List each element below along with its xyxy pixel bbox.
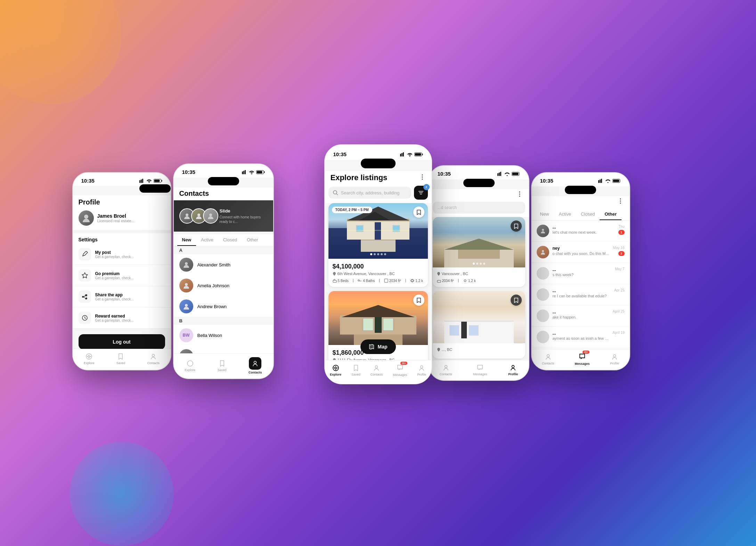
msg-time-4: Apr 25 (614, 288, 624, 292)
tab-profile-center[interactable]: Profile (417, 364, 426, 376)
tab-other-right2[interactable]: Other (600, 209, 621, 220)
logout-button[interactable]: Log out (79, 334, 165, 350)
svg-rect-44 (384, 279, 388, 282)
svg-rect-56 (512, 172, 518, 175)
phone-explore: 10:35 Explore listings Search city, addr… (324, 144, 432, 384)
svg-point-63 (512, 366, 514, 368)
tab-other[interactable]: Other (242, 234, 263, 246)
contact-name-amelia: Amelia Johnson (197, 283, 230, 288)
bookmark-right-2[interactable] (511, 295, 522, 306)
tab-explore-left[interactable]: Explore (84, 353, 95, 365)
section-a: A (174, 246, 273, 254)
listing-right1-address: Vancouver , BC (437, 272, 521, 276)
msg-item-5[interactable]: ... ake it happen. April 25 (532, 305, 629, 327)
tab-contacts-left[interactable]: Contacts (147, 353, 160, 365)
msg-item-6[interactable]: ... ayment as soon as inish a few paperw… (532, 327, 629, 348)
status-time-left: 10:35 (81, 178, 95, 184)
svg-point-38 (333, 191, 337, 194)
explore-title: Explore listings (331, 173, 388, 182)
tab-closed[interactable]: Closed (218, 234, 242, 246)
tab-explore-center[interactable]: Explore (330, 364, 341, 376)
listing-right-2[interactable]: ..., BC (433, 291, 525, 359)
tab-profile-right[interactable]: Profile (508, 364, 518, 376)
msg-item-1[interactable]: ... let's chat more next week. Thu 1 (532, 220, 629, 242)
svg-point-22 (185, 283, 188, 286)
tab-label-messages-right: Messages (473, 372, 487, 376)
listing-card-1[interactable]: TODAY, 2 PM – 5 PM $4,100,000 (328, 203, 428, 287)
svg-point-59 (519, 196, 520, 197)
svg-point-62 (445, 366, 447, 368)
contact-name-alexander: Alexander Smith (197, 262, 230, 267)
svg-point-50 (421, 366, 423, 368)
svg-point-10 (152, 354, 155, 357)
tab-messages-center[interactable]: 20+ Messages (393, 364, 407, 377)
listing-card-2[interactable]: $1,860,000 1111 Elv Avenue, Vancouver , … (328, 291, 428, 369)
bookmark-right-1[interactable] (511, 220, 522, 232)
svg-point-31 (409, 155, 410, 156)
tab-label-saved-left: Saved (116, 361, 125, 365)
tab-label-saved-left2: Saved (218, 368, 227, 372)
msg-text-3: s this week? (553, 273, 612, 277)
contact-andrew[interactable]: Andrew Brown (174, 296, 273, 317)
svg-rect-5 (154, 179, 160, 182)
svg-point-49 (375, 366, 378, 368)
svg-rect-6 (161, 180, 162, 182)
msg-text-6: ayment as soon as inish a few paperwork.… (553, 336, 609, 340)
tab-closed-right2[interactable]: Closed (576, 209, 600, 220)
tab-saved-left[interactable]: Saved (116, 353, 125, 365)
msg-item-3[interactable]: ... s this week? May 7 (532, 263, 629, 284)
settings-reward[interactable]: Reward earned Get a gameplan, check... (73, 307, 171, 329)
tab-contacts-right2[interactable]: Contacts (542, 353, 554, 365)
bookmark-listing1[interactable] (413, 207, 424, 218)
msg-item-2[interactable]: ney o chat with you soon. Do this Monday… (532, 242, 629, 263)
svg-rect-65 (600, 179, 601, 183)
svg-rect-34 (422, 153, 423, 155)
tab-contacts-left2[interactable]: Contacts (249, 357, 262, 374)
settings-my-post[interactable]: My post Get a gameplan, check... (73, 244, 171, 265)
more-menu-right2[interactable] (617, 198, 624, 206)
search-right[interactable]: ...d search (433, 202, 525, 214)
settings-share-app[interactable]: Share the app Get a gameplan, check... (73, 286, 171, 307)
tab-explore-left2[interactable]: Explore (185, 360, 195, 372)
contact-amelia[interactable]: Amelia Johnson (174, 275, 273, 296)
listing-right-1[interactable]: Vancouver , BC 2034 ft² | 1.2 k (433, 217, 525, 287)
svg-point-45 (411, 280, 413, 282)
tab-contacts-center[interactable]: Contacts (371, 364, 383, 376)
svg-point-57 (519, 192, 520, 193)
settings-mypost-sub: Get a gameplan, check... (95, 255, 134, 259)
contact-bella[interactable]: BW Bella Wilson (174, 325, 273, 346)
tab-saved-left2[interactable]: Saved (218, 360, 227, 372)
filter-button[interactable]: 2 (414, 186, 428, 200)
svg-point-37 (422, 179, 423, 180)
svg-point-23 (185, 304, 188, 307)
tab-new[interactable]: New (177, 234, 196, 246)
map-button[interactable]: Map (360, 339, 396, 354)
svg-point-26 (187, 361, 193, 366)
svg-rect-30 (403, 152, 404, 156)
svg-point-76 (613, 355, 616, 357)
settings-go-premium[interactable]: Go premium Get a gameplan, check... (73, 265, 171, 286)
profile-user-subtitle: Licensed real estate... (97, 219, 135, 223)
svg-rect-69 (613, 179, 619, 182)
tab-bar-center: Explore Saved Contacts 20+ Messages Prof… (325, 360, 431, 384)
contact-alexander[interactable]: Alexander Smith (174, 254, 273, 275)
svg-rect-2 (142, 179, 143, 183)
more-menu-btn[interactable] (419, 174, 426, 182)
tab-messages-right2[interactable]: 20+ Messages (575, 353, 590, 366)
tab-profile-right2[interactable]: Profile (610, 353, 619, 365)
svg-point-73 (542, 229, 544, 231)
tab-contacts-right[interactable]: Contacts (440, 364, 452, 376)
svg-rect-53 (500, 172, 501, 176)
tab-saved-center[interactable]: Saved (351, 364, 360, 376)
msg-text-2: o chat with you soon. Do this Monday? (553, 251, 610, 256)
tab-active-right2[interactable]: Active (554, 209, 576, 220)
tab-new-right2[interactable]: New (535, 209, 554, 220)
bookmark-listing2[interactable] (413, 295, 424, 306)
tab-messages-right[interactable]: Messages (473, 364, 487, 376)
listing1-price: $4,100,000 (333, 263, 424, 270)
more-menu-right[interactable] (516, 191, 523, 199)
status-time-center: 10:35 (333, 151, 347, 157)
msg-item-4[interactable]: ... re I can be available that edule? Ap… (532, 284, 629, 305)
tab-active[interactable]: Active (196, 234, 218, 246)
svg-point-14 (251, 173, 252, 174)
